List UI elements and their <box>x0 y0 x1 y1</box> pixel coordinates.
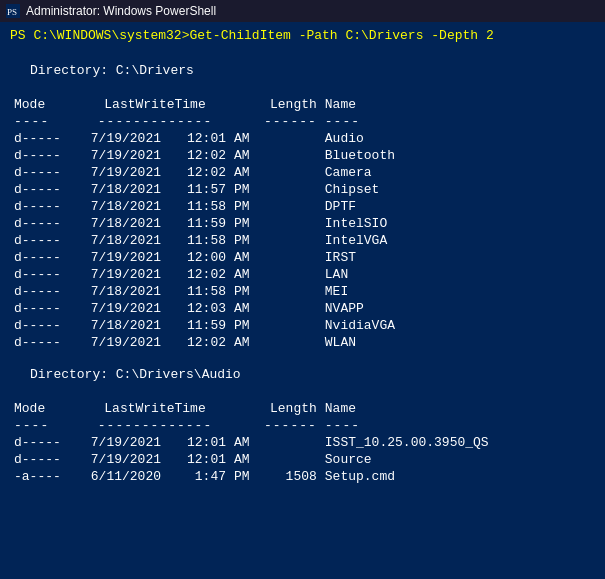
col-header-mode-1: Mode <box>10 96 80 113</box>
table-row: d----- 7/18/2021 11:57 PM Chipset <box>10 181 595 198</box>
blank-line-2 <box>10 80 595 94</box>
svg-text:PS: PS <box>7 7 17 17</box>
sep-length-1: ------ <box>260 113 321 130</box>
sep-ampm-1 <box>230 113 260 130</box>
table-row: d----- 7/19/2021 12:02 AM Camera <box>10 164 595 181</box>
col-header-length-2: Length <box>260 400 321 417</box>
table-header-row-1: Mode LastWriteTime Length Name <box>10 96 595 113</box>
prompt-path: C:\WINDOWS\system32> <box>33 28 189 43</box>
table-header-row-2: Mode LastWriteTime Length Name <box>10 400 595 417</box>
table-row: d----- 7/19/2021 12:02 AM WLAN <box>10 334 595 351</box>
table-row: d----- 7/19/2021 12:03 AM NVAPP <box>10 300 595 317</box>
prompt-line: PS C:\WINDOWS\system32>Get-ChildItem -Pa… <box>10 28 595 43</box>
col-header-mode-2: Mode <box>10 400 80 417</box>
table-row: d----- 7/18/2021 11:58 PM MEI <box>10 283 595 300</box>
table-row: d----- 7/19/2021 12:01 AM Audio <box>10 130 595 147</box>
title-bar: PS Administrator: Windows PowerShell <box>0 0 605 22</box>
sep-name-1: ---- <box>321 113 595 130</box>
file-table-1: Mode LastWriteTime Length Name ---- ----… <box>10 96 595 351</box>
blank-line-1 <box>10 47 595 61</box>
table-row: d----- 7/19/2021 12:01 AM ISST_10.25.00.… <box>10 434 595 451</box>
blank-line-4 <box>10 384 595 398</box>
table-separator-row-1: ---- ------------- ------ ---- <box>10 113 595 130</box>
table-separator-row-2: ---- ------------- ------ ---- <box>10 417 595 434</box>
table-row: d----- 7/19/2021 12:02 AM Bluetooth <box>10 147 595 164</box>
col-header-date-2: LastWriteTime <box>80 400 230 417</box>
sep-mode-1: ---- <box>10 113 80 130</box>
table-row: d----- 7/19/2021 12:02 AM LAN <box>10 266 595 283</box>
table-row: d----- 7/18/2021 11:58 PM IntelVGA <box>10 232 595 249</box>
table-row: -a---- 6/11/2020 1:47 PM 1508 Setup.cmd <box>10 468 595 485</box>
table-row: d----- 7/18/2021 11:59 PM NvidiaVGA <box>10 317 595 334</box>
table-row: d----- 7/19/2021 12:01 AM Source <box>10 451 595 468</box>
directory-label-2: Directory: C:\Drivers\Audio <box>10 367 595 382</box>
table-row: d----- 7/18/2021 11:58 PM DPTF <box>10 198 595 215</box>
col-header-name-1: Name <box>321 96 595 113</box>
prompt-ps: PS <box>10 28 33 43</box>
sep-date-1: ------------- <box>80 113 230 130</box>
file-table-2: Mode LastWriteTime Length Name ---- ----… <box>10 400 595 485</box>
table-row: d----- 7/19/2021 12:00 AM IRST <box>10 249 595 266</box>
directory-label-1: Directory: C:\Drivers <box>10 63 595 78</box>
prompt-command: Get-ChildItem -Path C:\Drivers -Depth 2 <box>189 28 493 43</box>
table-row: d----- 7/18/2021 11:59 PM IntelSIO <box>10 215 595 232</box>
window-title: Administrator: Windows PowerShell <box>26 4 216 18</box>
powershell-icon: PS <box>6 4 20 18</box>
col-header-ampm-1 <box>230 96 260 113</box>
blank-line-3 <box>10 351 595 365</box>
col-header-date-1: LastWriteTime <box>80 96 230 113</box>
terminal-body: PS C:\WINDOWS\system32>Get-ChildItem -Pa… <box>0 22 605 579</box>
col-header-length-1: Length <box>260 96 321 113</box>
col-header-name-2: Name <box>321 400 595 417</box>
